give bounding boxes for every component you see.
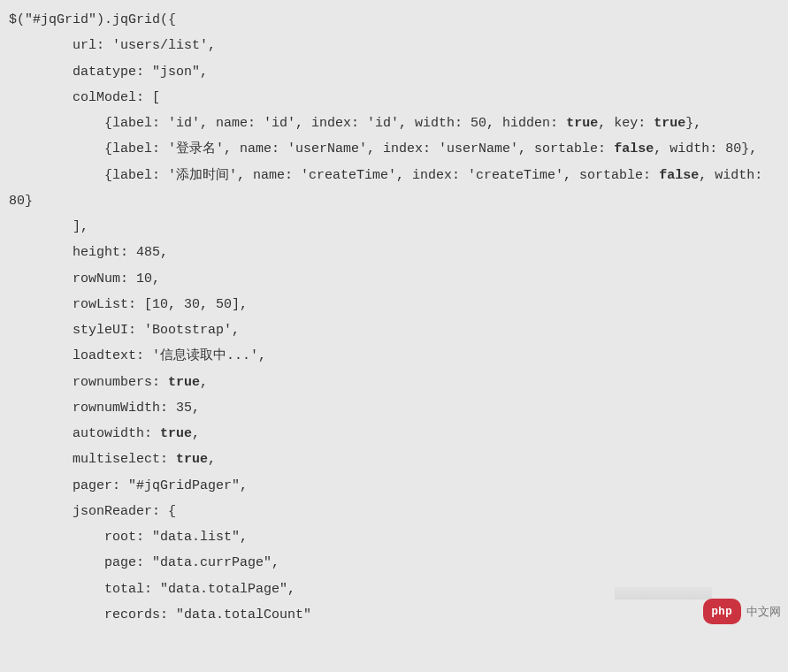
code-text: , bbox=[192, 426, 200, 441]
code-line: colModel: [ bbox=[9, 90, 160, 105]
keyword-true: true bbox=[168, 375, 200, 390]
code-block: $("#jqGrid").jqGrid({ url: 'users/list',… bbox=[9, 7, 779, 628]
code-text: {label: '登录名', name: 'userName', index: … bbox=[9, 141, 614, 157]
code-line: rowNum: 10, bbox=[9, 271, 160, 286]
watermark-pill: php bbox=[703, 599, 742, 624]
code-line: root: "data.list", bbox=[9, 530, 248, 545]
code-line: multiselect: true, bbox=[9, 452, 216, 467]
code-line: {label: '添加时间', name: 'createTime', inde… bbox=[9, 168, 770, 209]
code-text: multiselect: bbox=[9, 452, 176, 467]
keyword-true: true bbox=[176, 452, 208, 467]
code-line: page: "data.currPage", bbox=[9, 555, 279, 570]
code-line: pager: "#jqGridPager", bbox=[9, 478, 248, 493]
code-line: records: "data.totalCount" bbox=[9, 607, 311, 622]
watermark-text: 中文网 bbox=[746, 600, 781, 622]
code-text: {label: '添加时间', name: 'createTime', inde… bbox=[9, 168, 659, 183]
keyword-true: true bbox=[654, 116, 685, 131]
keyword-false: false bbox=[614, 141, 654, 157]
code-line: {label: '登录名', name: 'userName', index: … bbox=[9, 141, 757, 157]
code-line: datatype: "json", bbox=[9, 65, 208, 80]
code-text: , bbox=[200, 375, 208, 390]
code-text: {label: 'id', name: 'id', index: 'id', w… bbox=[9, 116, 566, 131]
keyword-true: true bbox=[160, 426, 192, 441]
code-text: , key: bbox=[598, 116, 654, 131]
watermark-strip bbox=[615, 587, 712, 599]
keyword-true: true bbox=[566, 116, 598, 131]
code-line: total: "data.totalPage", bbox=[9, 582, 295, 597]
code-line: rowList: [10, 30, 50], bbox=[9, 297, 248, 312]
code-line: autowidth: true, bbox=[9, 426, 200, 441]
code-line: styleUI: 'Bootstrap', bbox=[9, 323, 240, 338]
code-text: autowidth: bbox=[9, 426, 160, 441]
code-line: loadtext: '信息读取中...', bbox=[9, 348, 266, 363]
code-line: ], bbox=[9, 219, 88, 234]
code-text: }, bbox=[685, 116, 701, 131]
code-line: url: 'users/list', bbox=[9, 38, 216, 53]
keyword-false: false bbox=[659, 168, 699, 183]
code-line: $("#jqGrid").jqGrid({ bbox=[9, 12, 176, 27]
code-text: , bbox=[208, 452, 216, 467]
code-line: jsonReader: { bbox=[9, 504, 176, 519]
code-line: {label: 'id', name: 'id', index: 'id', w… bbox=[9, 116, 701, 131]
code-line: rownumbers: true, bbox=[9, 375, 208, 390]
code-line: height: 485, bbox=[9, 245, 168, 260]
code-line: rownumWidth: 35, bbox=[9, 401, 200, 416]
code-text: rownumbers: bbox=[9, 375, 168, 390]
code-text: , width: 80}, bbox=[654, 141, 757, 157]
watermark: php 中文网 bbox=[703, 599, 782, 624]
